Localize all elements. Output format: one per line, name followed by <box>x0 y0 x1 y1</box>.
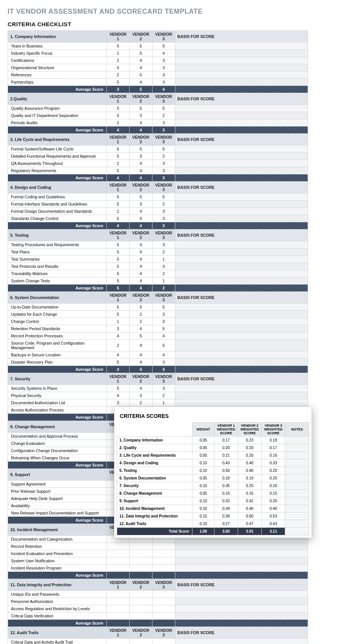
table-row: QA Assessments Throughout243 <box>8 160 308 167</box>
score-cell: 2 <box>106 57 129 64</box>
score-cell: 4 <box>129 79 152 86</box>
score-cell: 3 <box>152 215 175 222</box>
weighted-cell: 0.16 <box>238 490 262 497</box>
score-cell: 4 <box>129 57 152 64</box>
score-cell: 5 <box>106 43 129 50</box>
criteria-label: Adequate Help Desk Support <box>8 495 107 502</box>
basis-cell <box>175 105 308 112</box>
weight-cell: 0.10 <box>192 497 214 505</box>
criteria-label: Formal Coding and Guidelines <box>8 193 107 201</box>
notes-cell <box>285 475 309 482</box>
score-cell <box>106 543 129 550</box>
table-row: Incident Resolution Program <box>8 565 308 572</box>
weighted-cell: 0.20 <box>238 444 262 452</box>
weighted-cell: 0.20 <box>262 475 285 482</box>
scores-table: WEIGHTVENDOR 1 WEIGHTED SCOREVENDOR 2 WE… <box>117 422 309 535</box>
score-cell: 5 <box>106 105 129 112</box>
average-row: Average Score443 <box>8 127 308 134</box>
notes-cell <box>285 452 309 459</box>
col-vendor3: VENDOR 3 <box>152 292 175 304</box>
score-cell: 2 <box>129 318 152 325</box>
col-basis: BASIS FOR SCORE <box>175 229 308 241</box>
criteria-label: Quality and IT Department Separation <box>8 112 107 119</box>
scores-row: 11. Data Integrity and Protection0.150.3… <box>117 513 309 520</box>
criteria-label: Formal Design Documentation and Standard… <box>8 208 107 215</box>
notes-cell <box>285 497 309 505</box>
col-vendor1: VENDOR 1 <box>106 182 129 193</box>
criteria-label: QA Assessments Throughout <box>8 160 107 167</box>
score-cell <box>129 565 152 572</box>
table-row: Incident Evaluation and Prevention <box>8 550 308 557</box>
weighted-cell: 0.23 <box>238 437 262 444</box>
criteria-label: Change Evaluation <box>8 440 107 447</box>
basis-cell <box>175 57 308 64</box>
score-cell: 5 <box>129 71 152 79</box>
score-cell: 5 <box>106 311 129 318</box>
col-vendor1: VENDOR 1 <box>106 134 129 146</box>
avg-cell <box>129 572 152 579</box>
scores-criteria: 6. System Documentation <box>117 475 192 482</box>
section-header: 3. Life Cycle and RequirementsVENDOR 1VE… <box>8 134 308 146</box>
score-cell: 4 <box>129 351 152 359</box>
score-cell: 4 <box>129 325 152 332</box>
doc-title: IT VENDOR ASSESSMENT AND SCORECARD TEMPL… <box>8 8 343 16</box>
scores-row: 4. Design and Coding0.100.430.400.33 <box>117 459 309 467</box>
score-cell: 5 <box>106 304 129 311</box>
col-vendor2: VENDOR 2 <box>129 31 152 43</box>
col-vendor3: VENDOR 3 <box>152 31 175 43</box>
score-cell: 3 <box>152 71 175 79</box>
average-row: Average Score443 <box>8 174 308 182</box>
score-cell: 3 <box>152 359 175 366</box>
table-row: System Change Tests541 <box>8 277 308 285</box>
col-vendor3: VENDOR 3 <box>152 93 175 105</box>
score-cell: 4 <box>129 340 152 351</box>
basis-cell <box>175 318 308 325</box>
basis-cell <box>175 591 308 598</box>
scores-criteria: 8. Change Management <box>117 490 192 497</box>
basis-cell <box>175 270 308 277</box>
criteria-label: Retraining When Changes Occur <box>8 454 107 462</box>
avg-basis <box>175 620 308 627</box>
weighted-cell: 0.50 <box>214 467 238 475</box>
score-cell: 5 <box>106 79 129 86</box>
avg-label: Average Score <box>8 174 107 182</box>
score-cell <box>106 598 129 605</box>
criteria-label: Unique IDs and Passwords <box>8 591 107 598</box>
avg-basis <box>175 86 308 93</box>
col-vendor3: VENDOR 3 <box>152 627 175 639</box>
criteria-label: Documentation and Approval Process <box>8 433 107 440</box>
score-cell <box>106 612 129 620</box>
section-header: 4. Design and CodingVENDOR 1VENDOR 2VEND… <box>8 182 308 193</box>
basis-cell <box>175 193 308 201</box>
avg-label: Average Score <box>8 462 107 469</box>
notes-cell <box>285 467 309 475</box>
avg-cell <box>106 572 129 579</box>
criteria-label: New Release Impact Documentation and Sup… <box>8 510 107 517</box>
basis-cell <box>175 399 308 407</box>
section-header: 1. Company InformationVENDOR 1VENDOR 2VE… <box>8 31 308 43</box>
score-cell: 5 <box>152 193 175 201</box>
weight-cell: 0.10 <box>192 520 214 528</box>
score-cell: 4 <box>106 351 129 359</box>
scores-criteria: 7. Security <box>117 482 192 490</box>
avg-cell: 4 <box>106 222 129 229</box>
basis-cell <box>175 112 308 119</box>
v2-header: VENDOR 2 WEIGHTED SCORE <box>238 422 262 437</box>
table-row: Quality and IT Department Separation532 <box>8 112 308 119</box>
score-cell: 5 <box>106 64 129 71</box>
score-cell <box>106 605 129 612</box>
section-header: 11. Data Integrity and ProtectionVENDOR … <box>8 579 308 591</box>
avg-cell: 4 <box>152 86 175 93</box>
score-cell: 4 <box>129 215 152 222</box>
criteria-label: Industry Specific Focus <box>8 50 107 57</box>
score-cell <box>129 612 152 620</box>
col-vendor2: VENDOR 2 <box>129 292 152 304</box>
score-cell: 3 <box>152 119 175 127</box>
col-vendor2: VENDOR 2 <box>129 373 152 385</box>
table-row: Disaster Recovery Plan543 <box>8 359 308 366</box>
basis-cell <box>175 43 308 50</box>
score-cell: 4 <box>106 392 129 399</box>
weighted-cell: 0.40 <box>262 505 285 513</box>
avg-cell: 3 <box>152 174 175 182</box>
criteria-label: Access Authorization Process <box>8 407 107 414</box>
